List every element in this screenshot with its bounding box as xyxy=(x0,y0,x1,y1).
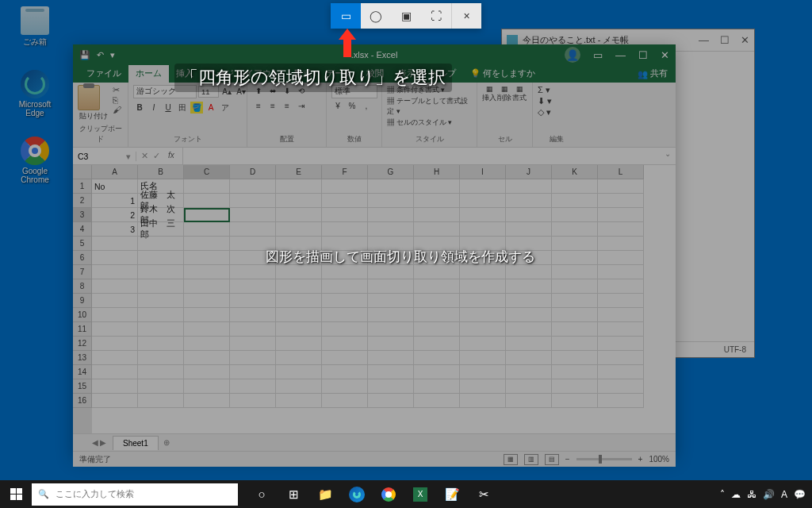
taskbar-search[interactable]: 🔍 ここに入力して検索 xyxy=(32,483,238,506)
snip-freeform-button[interactable]: ◯ xyxy=(361,3,391,29)
tray-volume-icon[interactable]: 🔊 xyxy=(763,489,775,500)
windows-logo-icon xyxy=(10,488,22,500)
tray-notifications-icon[interactable]: 💬 xyxy=(794,489,806,500)
search-icon: 🔍 xyxy=(38,489,49,499)
tray-ime-icon[interactable]: A xyxy=(781,489,787,500)
snip-window-button[interactable]: ▣ xyxy=(391,3,421,29)
snip-close-button[interactable]: × xyxy=(451,3,481,29)
annotation-arrow xyxy=(343,29,356,57)
tray-network-icon[interactable]: 🖧 xyxy=(747,489,756,500)
taskbar-explorer-icon[interactable]: 📁 xyxy=(309,480,341,508)
tray-chevron-icon[interactable]: ˄ xyxy=(720,489,725,500)
taskbar-snip-icon[interactable]: ✂ xyxy=(468,480,500,508)
snip-rectangular-button[interactable]: ▭ xyxy=(331,3,361,29)
snip-fullscreen-button[interactable]: ⛶ xyxy=(421,3,451,29)
task-view-icon[interactable]: ⊞ xyxy=(278,480,309,508)
taskbar-notepad-icon[interactable]: 📝 xyxy=(436,480,468,508)
system-tray: ˄ ☁ 🖧 🔊 A 💬 xyxy=(720,489,812,500)
start-button[interactable] xyxy=(0,480,32,508)
cortana-icon[interactable]: ○ xyxy=(246,480,278,508)
search-placeholder: ここに入力して検索 xyxy=(56,488,134,500)
taskbar: 🔍 ここに入力して検索 ○ ⊞ 📁 X 📝 ✂ ˄ ☁ 🖧 🔊 A 💬 xyxy=(0,480,812,508)
taskbar-excel-icon[interactable]: X xyxy=(404,480,436,508)
tray-onedrive-icon[interactable]: ☁ xyxy=(731,489,741,500)
snip-toolbar: ▭ ◯ ▣ ⛶ × xyxy=(331,3,481,29)
annotation-title: 「四角形の領域切り取り」を選択 xyxy=(174,64,452,92)
taskbar-edge-icon[interactable] xyxy=(341,480,373,508)
annotation-helper: 図形を描画して画面切り取り領域を作成する xyxy=(266,248,535,266)
taskbar-chrome-icon[interactable] xyxy=(373,480,404,508)
